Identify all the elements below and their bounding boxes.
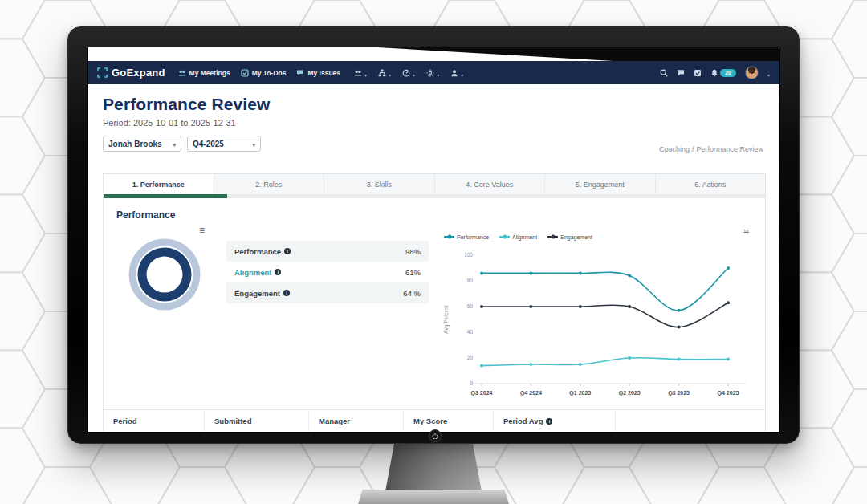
- chevron-down-icon: [413, 66, 415, 80]
- bell-icon: [710, 69, 718, 77]
- tab-performance[interactable]: 1. Performance: [104, 174, 214, 194]
- person-select-value: Jonah Brooks: [108, 140, 162, 148]
- breadcrumb-current: Performance Review: [696, 145, 763, 153]
- chevron-down-icon: [461, 66, 463, 80]
- brand-name: GoExpand: [112, 67, 165, 79]
- page-title: Performance Review: [103, 95, 764, 114]
- line-chart-menu-icon[interactable]: [743, 228, 749, 236]
- nav-link-my-meetings[interactable]: My Meetings: [178, 69, 230, 77]
- svg-text:80: 80: [467, 278, 474, 283]
- nav-link-my-issues[interactable]: My Issues: [296, 69, 340, 77]
- tab-skills[interactable]: 3. Skills: [324, 174, 434, 194]
- column-header-manager: Manager: [309, 410, 404, 432]
- stat-row-alignment: Alignment 61%: [226, 262, 429, 282]
- nav-right-icons: 20: [660, 66, 770, 80]
- chat-icon[interactable]: [677, 69, 685, 77]
- monitor-bezel: GoExpand My Meetings My To-Dos: [67, 26, 800, 444]
- brand-logo-icon: [97, 67, 108, 78]
- chevron-down-icon: [364, 66, 367, 80]
- info-icon[interactable]: [275, 269, 281, 275]
- tab-core-values[interactable]: 4. Core Values: [434, 174, 545, 194]
- legend-item: Engagement: [547, 234, 592, 240]
- settings-menu[interactable]: [426, 66, 439, 80]
- monitor-stand-base: [358, 490, 509, 504]
- account-menu[interactable]: [450, 66, 463, 80]
- monitor-stand-neck: [385, 440, 482, 491]
- column-header-period: Period: [104, 410, 205, 432]
- svg-text:40: 40: [467, 329, 474, 335]
- donut-chart-menu-icon[interactable]: [199, 226, 205, 234]
- chevron-down-icon[interactable]: [767, 66, 770, 80]
- stat-row-engagement: Engagement 64 %: [226, 282, 429, 303]
- chevron-down-icon: [437, 66, 439, 80]
- legend-swatch: [547, 236, 558, 238]
- legend-item: Alignment: [499, 234, 537, 240]
- svg-text:Q1 2025: Q1 2025: [569, 390, 591, 396]
- tab-actions[interactable]: 6. Actions: [655, 174, 766, 194]
- stat-label-text: Engagement: [234, 289, 280, 298]
- legend-label: Alignment: [512, 234, 537, 240]
- nav-link-label: My To-Dos: [252, 69, 287, 77]
- stat-label: Engagement: [234, 289, 290, 298]
- notification-badge: 20: [720, 69, 736, 77]
- chart-legend: PerformanceAlignmentEngagement: [444, 231, 754, 242]
- account-menu-icon: [450, 69, 458, 77]
- team-menu-icon: [354, 69, 362, 77]
- meetings-icon: [178, 69, 186, 77]
- tab-roles[interactable]: 2. Roles: [214, 174, 324, 194]
- quarter-select[interactable]: Q4-2025: [187, 136, 261, 152]
- team-menu[interactable]: [354, 66, 367, 80]
- gauge-menu[interactable]: [402, 66, 415, 80]
- legend-swatch: [444, 236, 454, 238]
- quarter-select-value: Q4-2025: [193, 140, 224, 148]
- stat-value: 61%: [405, 268, 421, 277]
- tasks-icon[interactable]: [694, 69, 702, 77]
- power-icon: [432, 433, 438, 439]
- legend-label: Engagement: [560, 234, 592, 240]
- chevron-down-icon: [246, 140, 255, 148]
- tab-engagement[interactable]: 5. Engagement: [544, 174, 655, 194]
- info-icon[interactable]: [284, 248, 291, 254]
- nav-link-label: My Issues: [307, 69, 340, 77]
- stat-label-text: Performance: [234, 247, 281, 256]
- hierarchy-menu[interactable]: [378, 66, 391, 80]
- search-icon[interactable]: [660, 69, 668, 77]
- info-icon[interactable]: [546, 418, 552, 425]
- todos-icon: [241, 69, 249, 77]
- donut-chart-svg: [126, 236, 203, 313]
- period-subtitle: Period: 2025-10-01 to 2025-12-31: [103, 118, 764, 128]
- column-header-spacer: [616, 410, 765, 432]
- scene: GoExpand My Meetings My To-Dos: [0, 0, 867, 504]
- svg-text:20: 20: [467, 355, 474, 360]
- stat-value: 64 %: [403, 289, 421, 298]
- svg-text:Q3 2024: Q3 2024: [471, 390, 493, 396]
- stat-label-text: Alignment: [234, 268, 271, 277]
- hierarchy-menu-icon: [378, 69, 386, 77]
- nav-link-label: My Meetings: [189, 69, 230, 77]
- legend-label: Performance: [457, 234, 489, 240]
- gauge-menu-icon: [402, 69, 410, 77]
- top-navbar: GoExpand My Meetings My To-Dos: [88, 61, 779, 84]
- page-header: Performance Review Period: 2025-10-01 to…: [103, 95, 764, 152]
- nav-link-my-todos[interactable]: My To-Dos: [241, 69, 287, 77]
- svg-text:Q3 2025: Q3 2025: [668, 390, 690, 396]
- chevron-down-icon: [166, 140, 176, 148]
- brand[interactable]: GoExpand: [97, 67, 165, 79]
- person-select[interactable]: Jonah Brooks: [103, 136, 181, 152]
- breadcrumb: Coaching/Performance Review: [659, 145, 763, 153]
- power-button[interactable]: [429, 429, 442, 442]
- avatar[interactable]: [745, 66, 759, 79]
- chevron-down-icon: [389, 66, 391, 80]
- column-header-submitted: Submitted: [205, 410, 309, 432]
- notifications[interactable]: 20: [710, 69, 736, 77]
- breadcrumb-parent[interactable]: Coaching: [659, 145, 690, 153]
- svg-text:Q4 2025: Q4 2025: [718, 390, 739, 396]
- nav-icon-menus: [354, 66, 463, 80]
- line-chart-svg: 020406080100Avg PercentQ3 2024Q4 2024Q1 …: [441, 242, 752, 401]
- performance-content: Performance 98% Alignment: [116, 225, 752, 400]
- wizard-progress-fill: [104, 194, 227, 198]
- performance-donut-chart: [126, 236, 203, 313]
- info-icon[interactable]: [283, 290, 290, 296]
- svg-text:Q4 2024: Q4 2024: [520, 390, 542, 396]
- issues-icon: [296, 69, 304, 77]
